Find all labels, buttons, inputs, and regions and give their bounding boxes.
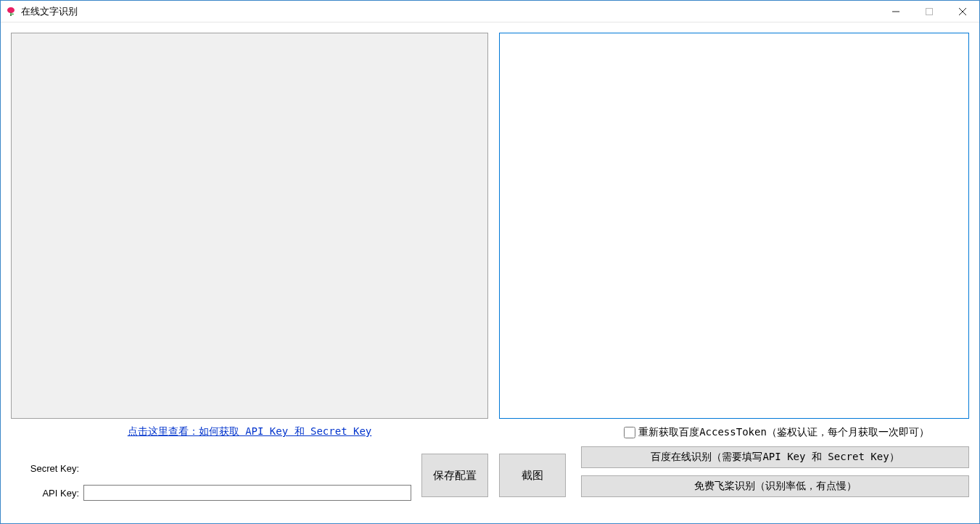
refresh-token-label: 重新获取百度AccessToken（鉴权认证，每个月获取一次即可） — [638, 426, 929, 439]
window-controls — [879, 1, 979, 22]
help-link-row: 点击这里查看：如何获取 API Key 和 Secret Key — [11, 425, 488, 438]
image-preview-panel — [11, 33, 488, 419]
api-config-area: Secret Key: API Key: — [20, 456, 411, 505]
api-key-label: API Key: — [20, 488, 83, 499]
svg-rect-1 — [926, 8, 933, 15]
client-area: 点击这里查看：如何获取 API Key 和 Secret Key Secret … — [1, 22, 979, 523]
output-textarea[interactable] — [500, 33, 968, 418]
window-title: 在线文字识别 — [21, 5, 879, 18]
screenshot-button[interactable]: 截图 — [499, 454, 566, 497]
baidu-ocr-button[interactable]: 百度在线识别（需要填写API Key 和 Secret Key） — [581, 446, 969, 468]
app-icon — [5, 6, 17, 17]
refresh-token-row[interactable]: 重新获取百度AccessToken（鉴权认证，每个月获取一次即可） — [581, 425, 969, 441]
right-controls: 重新获取百度AccessToken（鉴权认证，每个月获取一次即可） 百度在线识别… — [581, 425, 969, 504]
secret-key-label: Secret Key: — [20, 463, 83, 474]
minimize-button[interactable] — [879, 1, 913, 22]
help-link[interactable]: 点击这里查看：如何获取 API Key 和 Secret Key — [128, 425, 372, 437]
output-text-panel — [499, 33, 969, 419]
app-window: 在线文字识别 点击这里查看：如何获取 API Key 和 Secret Key … — [0, 0, 980, 524]
save-config-button[interactable]: 保存配置 — [421, 454, 488, 497]
maximize-button — [913, 1, 946, 22]
api-key-input[interactable] — [83, 485, 411, 501]
titlebar: 在线文字识别 — [1, 1, 979, 22]
refresh-token-checkbox[interactable] — [624, 427, 635, 438]
paddle-ocr-button[interactable]: 免费飞桨识别（识别率低，有点慢） — [581, 475, 969, 497]
close-button[interactable] — [946, 1, 979, 22]
